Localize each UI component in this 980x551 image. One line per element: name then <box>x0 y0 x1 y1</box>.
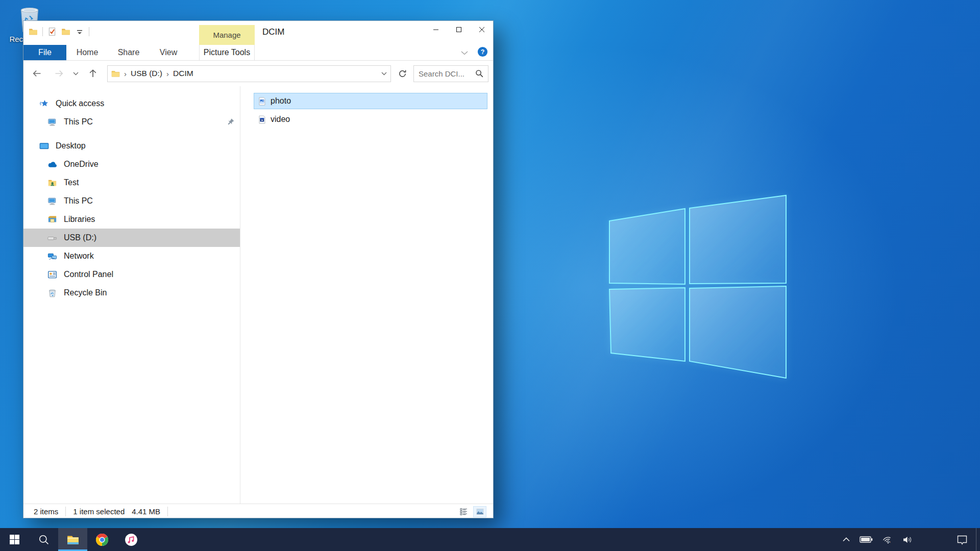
titlebar[interactable]: Manage DCIM <box>23 21 493 45</box>
chevron-down-icon <box>461 51 468 55</box>
start-button[interactable] <box>0 528 29 551</box>
file-explorer-button[interactable] <box>58 528 87 551</box>
sidebar-item-network[interactable]: Network <box>23 247 240 265</box>
sidebar-item-test[interactable]: Test <box>23 173 240 192</box>
show-desktop-button[interactable] <box>976 528 980 551</box>
sidebar-item-onedrive[interactable]: OneDrive <box>23 155 240 173</box>
volume-icon[interactable] <box>902 535 913 544</box>
refresh-button[interactable] <box>396 67 408 80</box>
back-arrow-icon <box>32 68 42 79</box>
maximize-icon <box>456 27 462 33</box>
file-explorer-icon <box>66 533 80 546</box>
address-dropdown-button[interactable] <box>377 66 390 82</box>
forward-button[interactable] <box>51 65 67 82</box>
tab-share[interactable]: Share <box>113 45 144 60</box>
file-name: video <box>271 115 290 124</box>
thumbnail-view-button[interactable] <box>474 507 486 517</box>
up-arrow-icon <box>88 68 98 79</box>
sidebar-item-label: Recycle Bin <box>64 288 107 297</box>
system-tray: * <box>843 528 980 551</box>
sidebar-item-label: Libraries <box>64 215 95 224</box>
itunes-button[interactable] <box>116 528 145 551</box>
libraries-icon <box>47 215 57 224</box>
tab-home[interactable]: Home <box>70 45 104 60</box>
minimize-icon <box>433 27 439 33</box>
breadcrumb-folder[interactable]: DCIM <box>173 69 193 78</box>
this-pc-icon <box>47 117 57 127</box>
svg-text:?: ? <box>481 48 485 56</box>
tab-file[interactable]: File <box>23 45 66 60</box>
svg-text:*: * <box>889 541 891 544</box>
maximize-button[interactable] <box>447 21 470 38</box>
recent-locations-button[interactable] <box>70 65 81 82</box>
help-button[interactable]: ? <box>477 46 488 57</box>
chrome-icon <box>95 533 109 546</box>
minimize-button[interactable] <box>424 21 447 38</box>
start-icon <box>9 534 20 545</box>
file-row-video[interactable]: video <box>254 111 487 128</box>
up-button[interactable] <box>85 65 101 82</box>
sidebar-item-desktop[interactable]: Desktop <box>23 137 240 155</box>
thumbnail-view-icon <box>476 508 484 516</box>
sidebar-item-recycle-bin[interactable]: Recycle Bin <box>23 284 240 302</box>
properties-icon[interactable] <box>47 27 57 36</box>
close-button[interactable] <box>470 21 493 38</box>
search-icon[interactable] <box>475 69 483 78</box>
sidebar-item-label: Network <box>64 252 94 261</box>
tray-chevron-up-icon[interactable] <box>843 537 850 542</box>
selection-size: 4.41 MB <box>132 507 160 516</box>
sidebar-item-control-panel[interactable]: Control Panel <box>23 265 240 284</box>
network-icon <box>47 252 57 261</box>
explorer-main: Quick access This PC Desktop OneDrive Te… <box>23 86 493 504</box>
sidebar-item-label: Quick access <box>56 99 104 108</box>
chrome-button[interactable] <box>87 528 116 551</box>
sidebar-item-label: Test <box>64 178 79 187</box>
sidebar-item-label: Desktop <box>56 141 86 151</box>
refresh-icon <box>398 69 407 78</box>
sidebar-item-quick-access[interactable]: Quick access <box>23 94 240 113</box>
close-icon <box>479 27 485 33</box>
sidebar-item-this-pc[interactable]: This PC <box>23 192 240 210</box>
details-view-button[interactable] <box>457 507 470 517</box>
search-input[interactable] <box>414 69 474 78</box>
window-controls <box>424 21 493 38</box>
collapse-ribbon-button[interactable] <box>458 48 471 58</box>
control-panel-icon <box>47 270 57 280</box>
wallpaper-windows-logo <box>606 194 787 379</box>
video-file-icon <box>258 115 266 124</box>
wifi-icon[interactable]: * <box>883 535 893 544</box>
itunes-icon <box>125 533 138 546</box>
action-center-icon[interactable] <box>957 534 968 545</box>
selection-count: 1 item selected <box>73 507 125 516</box>
tab-picture-tools[interactable]: Picture Tools <box>199 45 255 60</box>
ribbon-tab-row: File Home Share View Picture Tools ? <box>23 45 493 61</box>
sidebar-item-label: This PC <box>64 196 93 206</box>
usb-drive-icon <box>47 233 57 243</box>
qat-separator <box>42 27 43 36</box>
tab-manage-group[interactable]: Manage <box>199 25 255 45</box>
quick-access-toolbar <box>29 27 89 36</box>
taskbar: * <box>0 528 980 551</box>
sidebar-item-libraries[interactable]: Libraries <box>23 210 240 229</box>
taskbar-search-button[interactable] <box>29 528 58 551</box>
address-bar[interactable]: › USB (D:) › DCIM <box>107 65 391 82</box>
forward-arrow-icon <box>54 68 64 79</box>
explorer-folder-icon <box>29 27 38 36</box>
window-title: DCIM <box>262 27 284 37</box>
sidebar-item-usb-d[interactable]: USB (D:) <box>23 229 240 247</box>
qat-separator <box>89 27 89 36</box>
file-row-photo[interactable]: photo <box>254 93 487 109</box>
battery-icon[interactable] <box>860 536 873 543</box>
user-folder-icon <box>47 178 57 188</box>
sidebar-item-label: USB (D:) <box>64 233 96 242</box>
sidebar-item-this-pc[interactable]: This PC <box>23 113 240 131</box>
details-view-icon <box>459 508 468 516</box>
folder-icon <box>111 69 120 78</box>
tab-view[interactable]: View <box>153 45 184 60</box>
address-row: › USB (D:) › DCIM <box>23 61 493 86</box>
status-bar: 2 items 1 item selected 4.41 MB <box>23 504 493 519</box>
breadcrumb-drive[interactable]: USB (D:) <box>131 69 162 78</box>
back-button[interactable] <box>29 65 45 82</box>
qat-customize-icon[interactable] <box>75 27 84 36</box>
new-folder-icon[interactable] <box>61 27 70 36</box>
